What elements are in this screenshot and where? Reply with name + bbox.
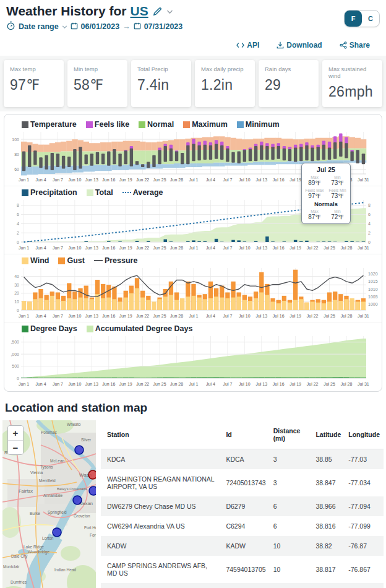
svg-text:0: 0 <box>17 240 19 244</box>
svg-text:Jun 13: Jun 13 <box>85 314 98 318</box>
svg-text:Jul 13: Jul 13 <box>255 246 267 250</box>
svg-text:Jul 31: Jul 31 <box>358 314 369 318</box>
column-header-distance-mi-[interactable]: Distance (mi) <box>270 420 312 449</box>
station-marker-blue[interactable] <box>89 486 96 495</box>
unit-c-button[interactable]: C <box>362 11 379 27</box>
station-marker-blue[interactable] <box>53 528 61 537</box>
stat-value: 26mph <box>328 84 376 100</box>
legend-item-precipitation[interactable]: Precipitation <box>22 188 77 197</box>
svg-text:10: 10 <box>14 300 19 304</box>
legend-item-pressure[interactable]: Pressure <box>94 256 138 265</box>
svg-text:Jul 16: Jul 16 <box>273 178 285 182</box>
station-row-6[interactable]: KDAAKDAA1438.72-77.18 <box>101 583 384 588</box>
chart-wind: WindGustPressureJun 1Jun 4Jun 7Jun 10Jun… <box>4 254 382 322</box>
svg-text:Jun 10: Jun 10 <box>68 314 81 318</box>
stat-label: Min temp <box>74 66 121 72</box>
legend-item-minimum[interactable]: Minimum <box>237 120 280 129</box>
svg-text:Jun 7: Jun 7 <box>53 178 63 182</box>
station-cell: 6 <box>270 516 312 536</box>
station-row-5[interactable]: CAMP SPRINGS ANDREWS AFB, MD US745940137… <box>101 556 384 583</box>
station-marker-blue[interactable] <box>73 496 82 504</box>
station-cell: KDAA <box>101 583 222 588</box>
svg-text:Jul 13: Jul 13 <box>255 382 267 386</box>
start-date[interactable]: 06/01/2023 <box>81 22 120 31</box>
svg-text:Jun 22: Jun 22 <box>136 382 149 386</box>
legend-item-wind[interactable]: Wind <box>22 256 49 265</box>
station-row-1[interactable]: WASHINGTON REAGAN NATIONAL AIRPORT, VA U… <box>101 469 384 496</box>
svg-text:1005: 1005 <box>368 295 378 299</box>
svg-text:Jul 7: Jul 7 <box>223 314 232 318</box>
station-row-2[interactable]: DW6279 Chevy Chase MD USD6279638.966-77.… <box>101 496 384 516</box>
date-range-label[interactable]: Date range <box>19 22 59 31</box>
column-header-station[interactable]: Station <box>101 420 222 449</box>
station-row-3[interactable]: CW6294 Alexandria VA USC6294638.816-77.0… <box>101 516 384 536</box>
map-place-label: Lorton <box>42 536 54 540</box>
svg-text:Jun 22: Jun 22 <box>136 246 149 250</box>
map-place-label: McLean <box>50 459 65 463</box>
legend-label: Feels like <box>95 120 129 129</box>
column-header-id[interactable]: Id <box>222 420 269 449</box>
date-range-row: Date range 06/01/2023 → 07/31/2023 <box>6 21 380 32</box>
legend-item-total[interactable]: Total <box>87 188 113 197</box>
svg-text:Jul 19: Jul 19 <box>290 178 301 182</box>
station-row-0[interactable]: KDCAKDCA338.85-77.03 <box>101 449 384 470</box>
legend-swatch <box>122 192 131 193</box>
legend-item-maximum[interactable]: Maximum <box>183 120 228 129</box>
svg-text:100: 100 <box>12 137 19 142</box>
svg-text:Jul 19: Jul 19 <box>290 382 301 386</box>
svg-text:Jul 25: Jul 25 <box>324 314 335 318</box>
svg-text:Jun 4: Jun 4 <box>35 246 46 250</box>
svg-text:Jun 10: Jun 10 <box>68 382 81 386</box>
tooltip-date: Jul 25 <box>303 166 349 173</box>
svg-text:2: 2 <box>368 231 371 235</box>
map-zoom-in-button[interactable]: + <box>8 426 23 440</box>
station-marker-blue[interactable] <box>75 446 84 454</box>
legend-item-gust[interactable]: Gust <box>58 256 84 265</box>
date-range-chevron-icon[interactable] <box>62 22 67 31</box>
stat-card-2: Total Precip7.4in <box>131 60 191 107</box>
legend-item-degree-days[interactable]: Degree Days <box>22 324 77 333</box>
map-zoom-control: + − <box>7 425 24 455</box>
svg-text:0: 0 <box>17 308 19 313</box>
location-chevron-icon[interactable] <box>166 6 173 17</box>
svg-text:Jun 25: Jun 25 <box>153 246 166 250</box>
api-link[interactable]: API <box>236 41 259 50</box>
location-link[interactable]: US <box>131 4 148 19</box>
wind-plot[interactable]: Jun 1Jun 4Jun 7Jun 10Jun 13Jun 16Jun 19J… <box>5 265 382 319</box>
edit-location-icon[interactable] <box>152 6 163 17</box>
svg-text:Jun 25: Jun 25 <box>153 314 166 318</box>
column-header-longitude[interactable]: Longitude <box>345 420 384 449</box>
svg-text:Jun 10: Jun 10 <box>68 246 81 250</box>
legend-item-normal[interactable]: Normal <box>139 120 174 129</box>
tooltip-feels-min: 73℉ <box>326 192 349 199</box>
station-row-4[interactable]: KADWKADW1038.82-76.87 <box>101 536 384 556</box>
page-header: Weather History for US Date range <box>0 0 386 56</box>
legend-item-temperature[interactable]: Temperature <box>22 120 77 129</box>
station-map[interactable]: WheatoPotomacSilverRestonMcLeanTysonsVie… <box>2 420 96 588</box>
svg-text:Jul 1: Jul 1 <box>189 314 199 318</box>
station-cell: -77.034 <box>345 469 384 496</box>
legend-item-feels-like[interactable]: Feels like <box>86 120 129 129</box>
unit-f-button[interactable]: F <box>345 11 362 27</box>
column-header-latitude[interactable]: Latitude <box>312 420 345 449</box>
legend-label: Temperature <box>30 120 77 129</box>
map-zoom-out-button[interactable]: − <box>8 440 23 454</box>
station-cell: -76.867 <box>345 556 384 583</box>
share-link[interactable]: Share <box>340 41 370 50</box>
download-link[interactable]: Download <box>277 41 322 50</box>
station-cell: 38.82 <box>312 536 345 556</box>
station-cell: -77.03 <box>345 449 384 470</box>
degree_days-plot[interactable]: Jun 1Jun 4Jun 7Jun 10Jun 13Jun 16Jun 19J… <box>5 333 382 387</box>
download-icon <box>277 41 284 49</box>
legend-item-average[interactable]: Average <box>122 188 163 197</box>
map-place-label: Dale City <box>11 554 28 559</box>
end-date[interactable]: 07/31/2023 <box>144 22 183 31</box>
station-cell: CW6294 Alexandria VA US <box>101 516 222 536</box>
legend-swatch <box>94 260 103 261</box>
map-place-label: Burke <box>30 511 40 516</box>
svg-text:Jul 13: Jul 13 <box>255 178 267 182</box>
station-cell: KDCA <box>222 449 269 470</box>
legend-item-accumulated-degree-days[interactable]: Accumulated Degree Days <box>87 324 193 333</box>
station-marker-red[interactable] <box>88 470 96 479</box>
stat-card-3: Max daily precip1.2in <box>195 60 255 107</box>
